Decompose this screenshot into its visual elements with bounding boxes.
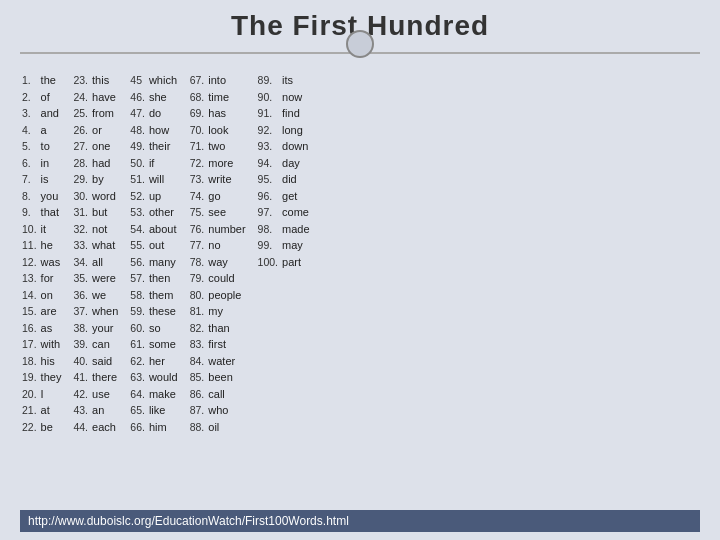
num-cell: 100. [256, 254, 280, 271]
word-cell: the [39, 72, 64, 89]
num-cell: 21. [20, 402, 39, 419]
word-cell: was [39, 254, 64, 271]
word-cell: part [280, 254, 312, 271]
word-cell: their [147, 138, 180, 155]
word-cell: my [206, 303, 247, 320]
num-cell: 55. [128, 237, 147, 254]
num-cell: 66. [128, 419, 147, 436]
word-cell: look [206, 122, 247, 139]
word-cell: like [147, 402, 180, 419]
word-cell: other [147, 204, 180, 221]
num-cell: 62. [128, 353, 147, 370]
num-cell: 79. [188, 270, 207, 287]
num-cell: 70. [188, 122, 207, 139]
word-cell: when [90, 303, 120, 320]
num-cell: 83. [188, 336, 207, 353]
num-cell: 84. [188, 353, 207, 370]
num-cell: 85. [188, 369, 207, 386]
num-cell: 37. [71, 303, 90, 320]
word-cell: by [90, 171, 120, 188]
word-cell: him [147, 419, 180, 436]
word-cell: then [147, 270, 180, 287]
word-cell: make [147, 386, 180, 403]
num-cell: 10. [20, 221, 39, 238]
num-cell: 67. [188, 72, 207, 89]
num-cell: 20. [20, 386, 39, 403]
num-cell: 93. [256, 138, 280, 155]
num-cell: 75. [188, 204, 207, 221]
word-cell: of [39, 89, 64, 106]
num-cell: 16. [20, 320, 39, 337]
num-cell: 22. [20, 419, 39, 436]
word-cell: one [90, 138, 120, 155]
word-cell: not [90, 221, 120, 238]
num-cell: 7. [20, 171, 39, 188]
num-cell: 53. [128, 204, 147, 221]
word-cell: up [147, 188, 180, 205]
num-cell: 80. [188, 287, 207, 304]
num-cell: 69. [188, 105, 207, 122]
num-cell: 57. [128, 270, 147, 287]
num-cell: 23. [71, 72, 90, 89]
num-cell: 8. [20, 188, 39, 205]
word-cell: first [206, 336, 247, 353]
word-cell: people [206, 287, 247, 304]
word-cell: on [39, 287, 64, 304]
word-cell: who [206, 402, 247, 419]
column-pair-5: 89.90.91.92.93.94.95.96.97.98.99.100.its… [256, 72, 318, 506]
circle-decoration [346, 30, 374, 58]
num-cell: 1. [20, 72, 39, 89]
num-cell: 78. [188, 254, 207, 271]
word-cell: said [90, 353, 120, 370]
num-cell: 17. [20, 336, 39, 353]
num-cell: 30. [71, 188, 90, 205]
word-cell: now [280, 89, 312, 106]
word-cell: two [206, 138, 247, 155]
word-cell: word [90, 188, 120, 205]
num-cell: 5. [20, 138, 39, 155]
word-cell: them [147, 287, 180, 304]
num-cell: 71. [188, 138, 207, 155]
num-cell: 41. [71, 369, 90, 386]
word-cell: could [206, 270, 247, 287]
num-cell: 44. [71, 419, 90, 436]
num-cell: 31. [71, 204, 90, 221]
word-cell: there [90, 369, 120, 386]
num-cell: 98. [256, 221, 280, 238]
num-cell: 92. [256, 122, 280, 139]
num-cell: 12. [20, 254, 39, 271]
word-cell: some [147, 336, 180, 353]
num-cell: 56. [128, 254, 147, 271]
word-cell: come [280, 204, 312, 221]
word-cell: water [206, 353, 247, 370]
num-cell: 87. [188, 402, 207, 419]
word-cell: may [280, 237, 312, 254]
word-cell: see [206, 204, 247, 221]
column-pair-1: 1.2.3.4.5.6.7.8.9.10.11.12.13.14.15.16.1… [20, 72, 69, 506]
word-cell: or [90, 122, 120, 139]
word-cell: oil [206, 419, 247, 436]
num-cell: 40. [71, 353, 90, 370]
word-cell: way [206, 254, 247, 271]
num-cell: 76. [188, 221, 207, 238]
num-cell: 94. [256, 155, 280, 172]
num-cell: 38. [71, 320, 90, 337]
num-cell: 73. [188, 171, 207, 188]
num-cell: 46. [128, 89, 147, 106]
word-cell: had [90, 155, 120, 172]
num-cell: 2. [20, 89, 39, 106]
num-cell: 72. [188, 155, 207, 172]
num-cell: 32. [71, 221, 90, 238]
word-cell: made [280, 221, 312, 238]
word-cell: do [147, 105, 180, 122]
num-cell: 58. [128, 287, 147, 304]
word-cell: from [90, 105, 120, 122]
word-cell: be [39, 419, 64, 436]
num-cell: 6. [20, 155, 39, 172]
num-cell: 54. [128, 221, 147, 238]
num-cell: 34. [71, 254, 90, 271]
word-cell: out [147, 237, 180, 254]
column-pair-4: 67.68.69.70.71.72.73.74.75.76.77.78.79.8… [188, 72, 254, 506]
num-cell: 82. [188, 320, 207, 337]
num-cell: 15. [20, 303, 39, 320]
